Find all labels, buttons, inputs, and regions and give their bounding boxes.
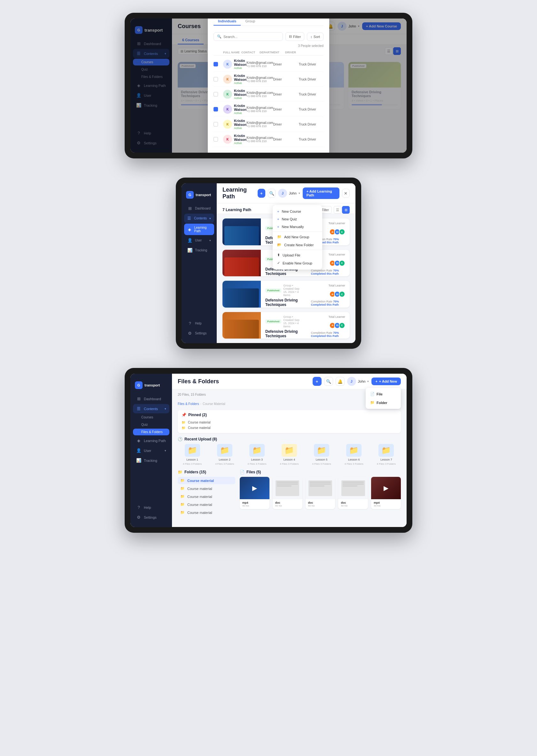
dropdown-new-course[interactable]: + New Course [273,208,322,215]
user-menu-2[interactable]: J John ▾ [278,189,300,198]
folder-name: Course material [187,511,212,514]
files-label-3: Files & Folders [141,430,163,434]
user-avatar: K [223,60,232,69]
row-checkbox[interactable] [214,137,218,141]
file-card[interactable]: doc 40 Kb [273,477,302,509]
topbar-3: Files & Folders + 🔍 🔔 J John ▾ + + Add N… [172,374,407,389]
help-icon-2: ? [187,321,192,326]
grid-view-btn-2[interactable]: ⊞ [342,206,350,214]
row-checkbox[interactable] [214,62,218,66]
modal-overlay[interactable]: Assign to Course Individuals Group 🔍 [172,19,407,153]
pinned-item[interactable]: 📁 Course material [182,425,397,431]
upload-item[interactable]: 📁 Lesson 2 4 Files 3 Folders [210,444,239,465]
ff-content: 📌 Pinned (2) 📁 Course material 📁 Course … [172,406,407,521]
sidebar-item-help-3[interactable]: ? Help [133,503,169,512]
folder-row[interactable]: 📁 Course material [178,477,235,484]
folder-row[interactable]: 📁 Course material [178,485,235,492]
user-menu-3[interactable]: J John ▾ [347,377,369,386]
assign-to-course-modal: Assign to Course Individuals Group 🔍 [208,19,329,153]
user-dept: Driver [273,108,299,111]
file-card[interactable]: ▶ mp4 40 Kb [371,477,401,509]
user-cell: K Kristin Watson Active [223,119,246,130]
col-role: Driver [285,51,314,54]
sidebar-item-lp-2[interactable]: ◈ Learning Path [184,224,214,235]
pinned-item[interactable]: 📁 Course material [182,420,397,425]
sidebar-item-tracking-2[interactable]: 📊 Tracking [184,246,214,255]
dropdown-new-quiz[interactable]: + New Quiz [273,215,322,223]
sidebar-item-contents-2[interactable]: ☰ Contents ▾ [184,214,214,223]
plus-btn-3[interactable]: + [312,377,321,386]
lp-status: Published [265,320,281,323]
row-checkbox[interactable] [214,92,218,96]
list-view-btn-2[interactable]: ☰ [334,206,341,214]
user-status: Active [234,127,246,130]
breadcrumb-root[interactable]: Files & Folders [178,402,199,406]
folder-row[interactable]: 📁 Course material [178,493,235,500]
row-checkbox[interactable] [214,107,218,111]
lp-status-row: Published Group • Created Sep 15, 2024 •… [265,315,302,328]
dropdown-create-folder[interactable]: 📂 Create New Folder [273,241,322,249]
close-btn[interactable]: ✕ [342,189,350,198]
item-label: New Quiz [282,217,297,221]
row-checkbox[interactable] [214,122,218,127]
dropdown-upload[interactable]: ⬆ Upload File [273,251,322,259]
upload-item[interactable]: 📁 Lesson 7 4 Files 3 Folders [372,444,401,465]
lp-card[interactable]: Published Group • Created Sep 15, 2024 •… [223,312,350,339]
dropdown-add-group[interactable]: 📁 Add New Group [273,233,322,241]
sidebar-subitem-quiz-3[interactable]: Quiz [133,421,169,428]
modal-body: 🔍 ⊟ Filter ↕ Sort [208,28,329,151]
item-meta: 4 Files 3 Folders [215,463,234,465]
add-new-btn[interactable]: + + Add New 📄 File 📁 Folder [371,378,401,385]
bell-btn-3[interactable]: 🔔 [336,377,345,386]
dropdown-new-manually[interactable]: + New Manually [273,223,322,231]
file-name: mp4 [242,501,267,504]
plus-btn-2[interactable]: + [258,189,265,198]
upload-item[interactable]: 📁 Lesson 1 4 Files 3 Folders [178,444,207,465]
sidebar-item-settings-3[interactable]: ⚙ Settings [133,512,169,522]
sidebar-label: Settings [195,331,206,335]
file-card[interactable]: doc 40 Kb [306,477,335,509]
upload-item[interactable]: 📁 Lesson 3 4 Files 3 Folders [242,444,271,465]
dropdown-enable-group[interactable]: ✓ Enable New Group [273,259,322,267]
learner-avatar: C [339,260,345,266]
folder-row[interactable]: 📁 Course material [178,501,235,508]
modal-sort-btn[interactable]: ↕ Sort [307,33,323,41]
row-checkbox[interactable] [214,77,218,81]
add-lp-btn[interactable]: + Add Learning Path [303,187,340,199]
search-input[interactable] [224,35,279,39]
sidebar-subitem-courses-3[interactable]: Courses [133,414,169,421]
file-name: doc [308,501,333,504]
user-phone: +1 000 676 210 [246,125,273,128]
item-label: Enable New Group [283,261,312,265]
file-card[interactable]: doc 40 Kb [338,477,368,509]
sidebar-subitem-files-3[interactable]: Files & Folders [133,429,169,435]
search-btn-3[interactable]: 🔍 [324,377,333,386]
sidebar-item-dashboard-2[interactable]: ⊞ Dashboard [184,204,214,213]
sidebar-item-help-2[interactable]: ? Help [184,319,214,328]
enable-icon: ✓ [277,261,280,265]
sidebar-item-lp-3[interactable]: ◈ Learning Path [133,436,169,445]
chevron-icon-3: ▾ [209,239,211,242]
modal-filter-btn[interactable]: ⊟ Filter [285,32,304,41]
add-file-option[interactable]: 📄 File [366,390,401,398]
lp-card[interactable]: Published Group • Created Sep 15, 2024 •… [223,281,350,308]
sidebar-item-settings-2[interactable]: ⚙ Settings [184,329,214,338]
upload-item[interactable]: 📁 Lesson 6 4 Files 3 Folders [340,444,369,465]
upload-item[interactable]: 📁 Lesson 5 4 Files 3 Folders [307,444,336,465]
folder-row[interactable]: 📁 Course material [178,509,235,516]
upload-item[interactable]: 📁 Lesson 4 4 Files 3 Folders [274,444,304,465]
sidebar-item-user-2[interactable]: 👤 User ▾ [184,236,214,245]
tab-individuals[interactable]: Individuals [214,19,241,25]
sidebar-item-dashboard-3[interactable]: ⊞ Dashboard [133,394,169,403]
chevron-icon-2: ▾ [209,217,211,220]
user-name: Kristin Watson [234,119,246,127]
sidebar-item-tracking-3[interactable]: 📊 Tracking [133,456,169,465]
tab-group[interactable]: Group [241,19,260,25]
folder-icon-u: 📁 [217,444,232,457]
file-card[interactable]: ▶ mp4 40 Kb [240,477,269,509]
sidebar-item-user-3[interactable]: 👤 User ▾ [133,446,169,455]
add-folder-option[interactable]: 📁 Folder [366,398,401,407]
sidebar-item-contents-3[interactable]: ☰ Contents ▾ [133,404,169,413]
filter-label: Filter [293,35,301,39]
search-btn-2[interactable]: 🔍 [268,189,275,198]
